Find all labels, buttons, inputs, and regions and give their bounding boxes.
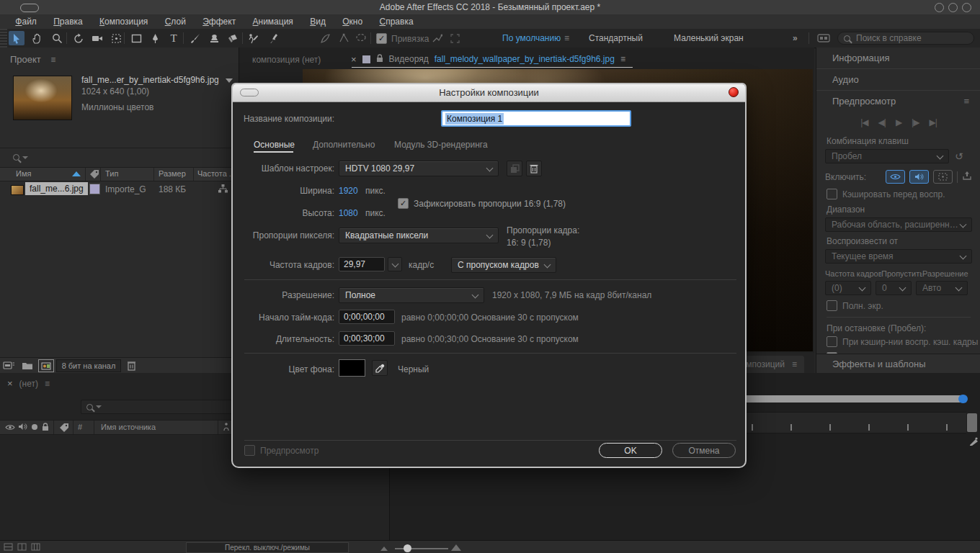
audio-speaker-icon[interactable] — [18, 423, 27, 432]
mask-feather-tool-icon[interactable] — [317, 31, 333, 45]
width-value[interactable]: 1920 — [339, 186, 358, 196]
roto-brush-tool-icon[interactable] — [245, 31, 261, 45]
pan-behind-tool-icon[interactable] — [108, 31, 124, 45]
project-tab[interactable]: Проект ≡ — [10, 54, 55, 65]
effects-presets-panel-tab[interactable]: Эффекты и шаблоны — [816, 354, 980, 373]
shy-icon[interactable] — [222, 422, 231, 433]
camera-tool-icon[interactable] — [89, 31, 105, 45]
type-tool-icon[interactable]: T — [166, 31, 182, 45]
viewer-tab-composition[interactable]: композиция (нет) — [252, 55, 321, 65]
cache-before-checkbox[interactable] — [827, 189, 837, 199]
bg-color-swatch[interactable] — [339, 359, 365, 377]
sort-ascending-icon[interactable] — [72, 171, 81, 176]
export-share-icon[interactable] — [962, 171, 972, 183]
zoom-in-mountain-icon[interactable] — [451, 544, 461, 551]
timeline-tab[interactable]: × (нет) ≡ — [7, 378, 50, 389]
new-folder-icon[interactable] — [22, 361, 33, 372]
expand-layer-switches-icon[interactable] — [4, 543, 13, 553]
include-video-eye-icon[interactable] — [886, 170, 905, 184]
label-column-tag-icon[interactable] — [89, 169, 99, 180]
snap-checkbox[interactable]: ✓ — [376, 33, 387, 44]
menu-view[interactable]: Вид — [303, 14, 333, 27]
zoom-out-mountain-icon[interactable] — [380, 547, 388, 551]
media-browser-icon[interactable] — [816, 31, 832, 45]
tab-basic[interactable]: Основные — [254, 140, 295, 150]
tab-menu-icon[interactable]: ≡ — [792, 359, 797, 369]
menu-window[interactable]: Окно — [335, 14, 370, 27]
solo-icon[interactable] — [32, 424, 37, 430]
column-header-name[interactable]: Имя — [16, 169, 31, 178]
first-frame-icon[interactable]: |◀ — [860, 117, 868, 127]
window-maximize-icon[interactable] — [948, 3, 958, 12]
workspace-standard[interactable]: Стандартный — [589, 33, 643, 43]
rectangle-tool-icon[interactable] — [128, 31, 144, 45]
pixel-aspect-dropdown[interactable]: Квадратные пиксели — [339, 228, 499, 243]
prev-frame-icon[interactable]: ◀| — [878, 117, 886, 127]
dialog-titlebar[interactable]: Настройки композиции — [233, 84, 745, 102]
preview-resolution-dropdown[interactable]: Авто — [916, 281, 968, 295]
window-minimize-icon[interactable] — [935, 3, 944, 12]
menu-composition[interactable]: Композиция — [92, 14, 155, 27]
zoom-tool-icon[interactable] — [49, 31, 65, 45]
duration-input[interactable]: 0;00;30;00 — [339, 331, 395, 346]
cache-playback-checkbox[interactable] — [827, 336, 837, 347]
dialog-preview-checkbox[interactable] — [244, 445, 255, 456]
pen-tool-icon[interactable] — [147, 31, 163, 45]
footage-label-swatch[interactable] — [89, 184, 100, 194]
workspace-menu-icon[interactable]: ≡ — [564, 33, 569, 43]
dialog-close-icon[interactable] — [729, 87, 739, 97]
preview-panel-menu-icon[interactable]: ≡ — [963, 91, 969, 112]
hand-tool-icon[interactable] — [29, 31, 45, 45]
frame-rate-input[interactable]: 29,97 — [339, 257, 385, 271]
project-search-row[interactable] — [0, 148, 239, 166]
eyedropper-icon[interactable] — [372, 360, 388, 376]
delete-preset-trash-icon[interactable] — [526, 161, 542, 176]
timeline-zoom-slider-knob[interactable] — [404, 544, 411, 552]
label-column-tag-icon[interactable] — [59, 423, 69, 433]
menu-layer[interactable]: Слой — [158, 14, 193, 27]
preview-panel-tab[interactable]: Предпросмотр ≡ — [816, 91, 980, 112]
include-audio-speaker-icon[interactable] — [909, 170, 929, 184]
start-timecode-input[interactable]: 0;00;00;00 — [339, 310, 395, 324]
navigator-end-handle[interactable] — [958, 395, 968, 403]
selection-tool-icon[interactable] — [9, 31, 24, 45]
new-composition-icon[interactable] — [38, 359, 54, 372]
reset-icon[interactable]: ↺ — [955, 150, 963, 162]
preset-dropdown[interactable]: HDTV 1080 29,97 — [339, 161, 499, 176]
resolution-dropdown[interactable]: Полное — [339, 287, 484, 303]
shortcut-dropdown[interactable]: Пробел — [825, 149, 949, 163]
bit-depth-button[interactable]: 8 бит на канал — [56, 359, 121, 372]
audio-panel-tab[interactable]: Аудио — [816, 69, 980, 91]
window-close-icon[interactable] — [962, 3, 971, 12]
interpret-footage-icon[interactable] — [3, 361, 15, 372]
timeline-tab-close-icon[interactable]: × — [7, 378, 13, 389]
ok-button[interactable]: OK — [599, 443, 662, 458]
footage-title-dropdown-icon[interactable] — [226, 78, 233, 83]
menu-help[interactable]: Справка — [373, 14, 421, 27]
include-overlays-icon[interactable] — [933, 170, 953, 184]
workspace-overflow-chevrons[interactable]: » — [793, 33, 798, 43]
expand-inout-icon[interactable] — [31, 543, 40, 553]
rotate-tool-icon[interactable] — [71, 31, 86, 45]
info-panel-tab[interactable]: Информация — [816, 48, 980, 69]
snap-region-icon[interactable] — [447, 31, 463, 45]
viewer-tab-footage[interactable]: × Видеоряд fall_melody_wallpaper_by_iner… — [351, 52, 625, 66]
vertical-scrollbar-thumb[interactable] — [967, 413, 977, 432]
tab-advanced[interactable]: Дополнительно — [313, 140, 375, 150]
brush-tool-icon[interactable] — [187, 31, 203, 45]
viewer-tab-menu-icon[interactable]: ≡ — [620, 54, 625, 64]
source-name-column[interactable]: Имя источника — [101, 423, 156, 431]
range-dropdown[interactable]: Рабочая область, расширенная... — [825, 217, 972, 232]
timeline-search-box[interactable] — [81, 400, 242, 414]
timeline-tab-menu-icon[interactable]: ≡ — [45, 379, 50, 389]
puppet-pin-tool-icon[interactable] — [265, 31, 281, 45]
footage-row-name[interactable]: fall_me...6.jpg — [25, 182, 88, 195]
help-search-input[interactable] — [855, 32, 958, 44]
lasso-tool-icon[interactable] — [353, 31, 369, 45]
fullscreen-checkbox[interactable] — [827, 300, 837, 311]
frame-rate-dropdown-icon[interactable] — [388, 257, 402, 271]
lock-aspect-checkbox[interactable]: ✓ — [398, 198, 409, 209]
tab-3d-renderer[interactable]: Модуль 3D-рендеринга — [394, 140, 488, 150]
column-header-size[interactable]: Размер — [159, 169, 186, 178]
workspace-default[interactable]: По умолчанию — [502, 33, 561, 43]
